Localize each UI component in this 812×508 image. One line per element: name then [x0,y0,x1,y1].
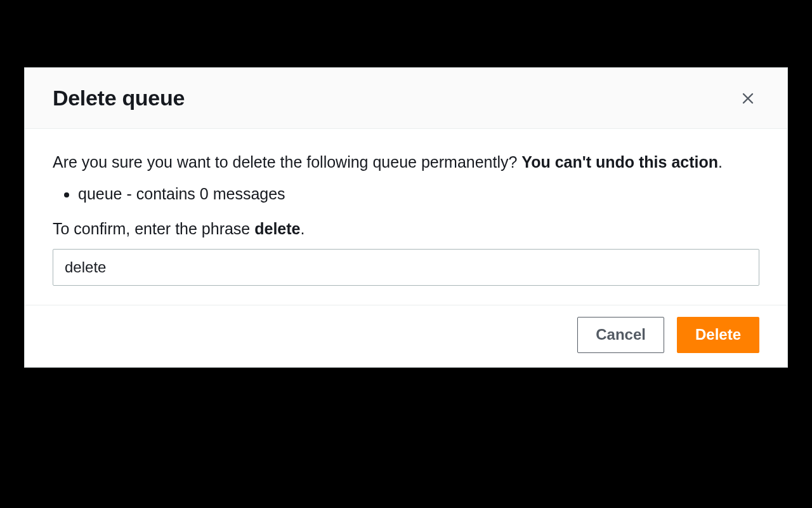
warning-text: Are you sure you want to delete the foll… [53,150,759,175]
confirm-phrase: delete [254,220,300,237]
dialog-header: Delete queue [25,68,787,129]
warning-tail: . [718,153,723,171]
delete-button[interactable]: Delete [677,317,759,353]
dialog-title: Delete queue [53,86,185,110]
confirm-instruction: To confirm, enter the phrase delete. [53,217,759,241]
dialog-body: Are you sure you want to delete the foll… [25,129,787,305]
confirm-pre: To confirm, enter the phrase [53,220,254,237]
close-button[interactable] [737,87,759,110]
queue-list: queue - contains 0 messages [53,182,759,206]
warning-question: Are you sure you want to delete the foll… [53,153,521,171]
confirm-input[interactable] [53,249,759,286]
confirm-post: . [300,220,304,237]
list-item: queue - contains 0 messages [78,182,759,206]
cancel-button[interactable]: Cancel [577,317,664,353]
dialog-footer: Cancel Delete [25,305,787,367]
delete-queue-dialog: Delete queue Are you sure you want to de… [24,67,788,368]
warning-bold: You can't undo this action [521,153,718,171]
close-icon [740,90,756,107]
